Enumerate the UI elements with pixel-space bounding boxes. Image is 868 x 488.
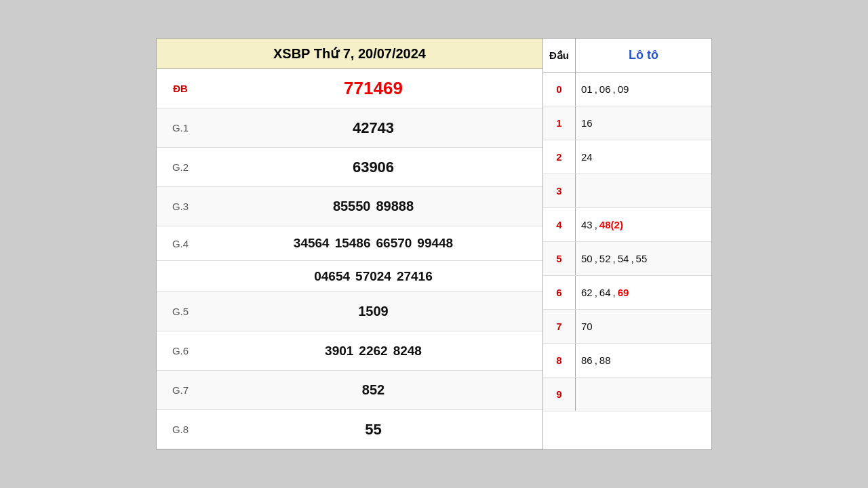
- loto-row-1: 116: [543, 106, 711, 140]
- loto-header-title: Lô tô: [576, 39, 711, 72]
- loto-nums-6: 62, 64, 69: [576, 276, 711, 309]
- loto-row-3: 3: [543, 174, 711, 208]
- prize-g6-numbers: 3901 2262 8248: [204, 338, 542, 364]
- loto-header: Đầu Lô tô: [543, 39, 711, 73]
- prize-g4-v7: 27416: [397, 269, 433, 284]
- prize-g2-numbers: 63906: [204, 153, 542, 182]
- loto-num: 06: [599, 83, 611, 95]
- loto-num: 50: [581, 253, 593, 264]
- loto-row-6: 662, 64, 69: [543, 276, 711, 310]
- loto-sep: ,: [595, 253, 597, 264]
- prize-g6-row: G.6 3901 2262 8248: [157, 331, 542, 371]
- prize-g4-row1-numbers: 34564 15486 66570 99448: [204, 230, 542, 256]
- prize-g5-row: G.5 1509: [157, 292, 542, 331]
- results-header: XSBP Thứ 7, 20/07/2024: [157, 39, 542, 69]
- loto-dau-5: 5: [543, 242, 576, 275]
- loto-row-2: 224: [543, 140, 711, 174]
- loto-sep: ,: [613, 253, 616, 264]
- loto-nums-0: 01, 06, 09: [576, 73, 711, 106]
- prize-g4-row2-numbers: 04654 57024 27416: [204, 264, 542, 289]
- prize-g4-label-empty: [157, 271, 204, 282]
- loto-row-4: 443, 48(2): [543, 208, 711, 242]
- loto-num: 88: [599, 354, 611, 366]
- prize-g8-row: G.8 55: [157, 410, 542, 449]
- loto-row-8: 886, 88: [543, 344, 711, 378]
- loto-sep: ,: [595, 354, 597, 366]
- prize-g7-row: G.7 852: [157, 371, 542, 410]
- loto-rows: 001, 06, 091162243443, 48(2)550, 52, 54,…: [543, 73, 711, 411]
- loto-nums-5: 50, 52, 54, 55: [576, 242, 711, 275]
- loto-num: 86: [581, 354, 593, 366]
- loto-dau-4: 4: [543, 208, 576, 241]
- loto-nums-2: 24: [576, 140, 711, 174]
- loto-num: 54: [618, 253, 629, 264]
- loto-num: 01: [581, 83, 593, 95]
- loto-dau-2: 2: [543, 140, 576, 174]
- results-panel: XSBP Thứ 7, 20/07/2024 ĐB 771469 G.1 427…: [157, 39, 543, 449]
- prize-g4-v5: 04654: [314, 269, 350, 284]
- loto-row-7: 770: [543, 310, 711, 344]
- loto-num: 55: [636, 253, 648, 264]
- prize-db-row: ĐB 771469: [157, 69, 542, 108]
- prize-g4-v6: 57024: [355, 269, 391, 284]
- loto-nums-8: 86, 88: [576, 344, 711, 377]
- prize-g2-label: G.2: [157, 156, 204, 178]
- prize-g6-v2: 2262: [359, 344, 387, 359]
- prize-g4-row: G.4 34564 15486 66570 99448 04654 57024 …: [157, 226, 542, 292]
- loto-num: 64: [599, 287, 611, 298]
- prize-db-value: 771469: [344, 78, 403, 99]
- lottery-container: XSBP Thứ 7, 20/07/2024 ĐB 771469 G.1 427…: [156, 38, 712, 450]
- prize-g4-v3: 66570: [376, 236, 412, 251]
- prize-g3-value-1: 85550: [333, 199, 371, 214]
- loto-sep: ,: [595, 83, 597, 95]
- loto-num: 16: [581, 117, 593, 129]
- loto-sep: ,: [631, 253, 633, 264]
- loto-row-9: 9: [543, 378, 711, 411]
- loto-nums-3: [576, 174, 711, 207]
- prize-g8-value: 55: [365, 421, 381, 439]
- results-title: XSBP Thứ 7, 20/07/2024: [273, 46, 426, 61]
- prize-g4-v2: 15486: [335, 236, 371, 251]
- loto-num: 70: [581, 321, 593, 332]
- loto-num: 69: [618, 287, 629, 298]
- prize-g3-label: G.3: [157, 195, 204, 218]
- prize-g3-row: G.3 85550 89888: [157, 187, 542, 226]
- loto-dau-7: 7: [543, 310, 576, 343]
- loto-nums-1: 16: [576, 106, 711, 140]
- loto-sep: ,: [595, 287, 597, 298]
- loto-dau-0: 0: [543, 73, 576, 106]
- prize-g6-label: G.6: [157, 340, 204, 362]
- loto-row-0: 001, 06, 09: [543, 73, 711, 106]
- prize-g5-label: G.5: [157, 300, 204, 323]
- loto-num: 24: [581, 151, 593, 163]
- loto-sep: ,: [595, 219, 597, 230]
- prize-g4-label: G.4: [157, 232, 204, 255]
- loto-sep: ,: [613, 83, 616, 95]
- prize-g6-v1: 3901: [325, 344, 353, 359]
- prize-g8-label: G.8: [157, 418, 204, 441]
- loto-sep: ,: [613, 287, 616, 298]
- loto-num: 43: [581, 219, 593, 230]
- loto-dau-1: 1: [543, 106, 576, 140]
- loto-row-5: 550, 52, 54, 55: [543, 242, 711, 276]
- prize-g6-v3: 8248: [393, 344, 422, 359]
- prize-g2-value: 63906: [353, 159, 394, 176]
- prize-g2-row: G.2 63906: [157, 148, 542, 187]
- prize-g4-v1: 34564: [294, 236, 330, 251]
- prize-g5-numbers: 1509: [204, 298, 542, 325]
- prize-g3-numbers: 85550 89888: [204, 193, 542, 220]
- prize-db-label: ĐB: [157, 77, 204, 100]
- prize-g1-value: 42743: [353, 119, 394, 137]
- loto-nums-9: [576, 378, 711, 411]
- prize-g1-numbers: 42743: [204, 114, 542, 142]
- loto-panel: Đầu Lô tô 001, 06, 091162243443, 48(2)55…: [543, 39, 711, 449]
- prize-g7-label: G.7: [157, 379, 204, 401]
- loto-dau-8: 8: [543, 344, 576, 377]
- loto-nums-4: 43, 48(2): [576, 208, 711, 241]
- loto-nums-7: 70: [576, 310, 711, 343]
- loto-num: 62: [581, 287, 593, 298]
- prize-g7-numbers: 852: [204, 377, 542, 403]
- prize-g3-value-2: 89888: [376, 199, 414, 214]
- loto-dau-9: 9: [543, 378, 576, 411]
- loto-header-dau: Đầu: [543, 39, 576, 72]
